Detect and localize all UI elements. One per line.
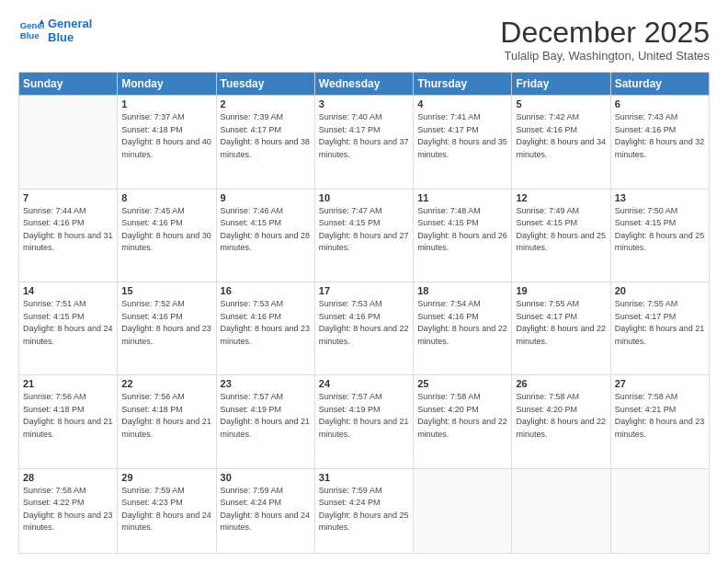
day-info: Sunrise: 7:55 AM Sunset: 4:17 PM Dayligh… xyxy=(615,298,705,348)
day-info: Sunrise: 7:40 AM Sunset: 4:17 PM Dayligh… xyxy=(319,111,409,161)
calendar-cell: 28 Sunrise: 7:58 AM Sunset: 4:22 PM Dayl… xyxy=(19,468,118,553)
month-title: December 2025 xyxy=(500,17,710,49)
day-info: Sunrise: 7:54 AM Sunset: 4:16 PM Dayligh… xyxy=(417,298,507,348)
sunrise: Sunrise: 7:52 AM xyxy=(121,299,185,308)
day-number: 5 xyxy=(516,98,606,109)
day-number: 30 xyxy=(221,472,311,483)
sunrise: Sunrise: 7:48 AM xyxy=(417,206,481,215)
sunrise: Sunrise: 7:44 AM xyxy=(23,206,86,215)
day-info: Sunrise: 7:58 AM Sunset: 4:20 PM Dayligh… xyxy=(516,391,606,441)
daylight: Daylight: 8 hours and 31 minutes. xyxy=(23,231,113,253)
day-info: Sunrise: 7:55 AM Sunset: 4:17 PM Dayligh… xyxy=(516,298,606,348)
day-number: 24 xyxy=(319,378,409,389)
calendar-week-1: 7 Sunrise: 7:44 AM Sunset: 4:16 PM Dayli… xyxy=(19,189,710,282)
daylight: Daylight: 8 hours and 28 minutes. xyxy=(221,231,311,253)
calendar-cell: 2 Sunrise: 7:39 AM Sunset: 4:17 PM Dayli… xyxy=(216,96,314,189)
calendar-cell: 31 Sunrise: 7:59 AM Sunset: 4:24 PM Dayl… xyxy=(314,468,413,553)
calendar-cell: 13 Sunrise: 7:50 AM Sunset: 4:15 PM Dayl… xyxy=(610,189,709,282)
col-tuesday: Tuesday xyxy=(216,73,314,96)
day-info: Sunrise: 7:57 AM Sunset: 4:19 PM Dayligh… xyxy=(319,391,409,441)
sunrise: Sunrise: 7:55 AM xyxy=(615,299,678,308)
logo-icon: General Blue xyxy=(18,17,44,43)
day-number: 11 xyxy=(417,192,507,203)
calendar-cell: 18 Sunrise: 7:54 AM Sunset: 4:16 PM Dayl… xyxy=(414,282,512,375)
calendar-cell: 14 Sunrise: 7:51 AM Sunset: 4:15 PM Dayl… xyxy=(19,282,118,375)
daylight: Daylight: 8 hours and 22 minutes. xyxy=(516,324,606,346)
day-info: Sunrise: 7:57 AM Sunset: 4:19 PM Dayligh… xyxy=(221,391,311,441)
sunrise: Sunrise: 7:47 AM xyxy=(319,206,382,215)
calendar-cell xyxy=(19,96,118,189)
day-info: Sunrise: 7:39 AM Sunset: 4:17 PM Dayligh… xyxy=(221,111,311,161)
day-number: 16 xyxy=(221,285,311,296)
calendar-week-2: 14 Sunrise: 7:51 AM Sunset: 4:15 PM Dayl… xyxy=(19,282,710,375)
sunset: Sunset: 4:22 PM xyxy=(23,498,85,507)
sunset: Sunset: 4:15 PM xyxy=(516,218,577,227)
calendar-cell: 1 Sunrise: 7:37 AM Sunset: 4:18 PM Dayli… xyxy=(118,96,216,189)
calendar-cell xyxy=(414,468,512,553)
daylight: Daylight: 8 hours and 26 minutes. xyxy=(417,231,507,253)
day-number: 3 xyxy=(319,98,409,109)
sunset: Sunset: 4:17 PM xyxy=(221,125,282,134)
sunset: Sunset: 4:20 PM xyxy=(516,405,577,414)
day-info: Sunrise: 7:50 AM Sunset: 4:15 PM Dayligh… xyxy=(615,205,705,255)
day-number: 4 xyxy=(417,98,507,109)
daylight: Daylight: 8 hours and 30 minutes. xyxy=(121,231,211,253)
day-info: Sunrise: 7:45 AM Sunset: 4:16 PM Dayligh… xyxy=(121,205,211,255)
day-info: Sunrise: 7:49 AM Sunset: 4:15 PM Dayligh… xyxy=(516,205,606,255)
sunrise: Sunrise: 7:58 AM xyxy=(23,486,86,495)
day-number: 10 xyxy=(319,192,409,203)
daylight: Daylight: 8 hours and 21 minutes. xyxy=(615,324,705,346)
daylight: Daylight: 8 hours and 21 minutes. xyxy=(221,417,311,439)
sunset: Sunset: 4:17 PM xyxy=(417,125,479,134)
sunset: Sunset: 4:17 PM xyxy=(516,312,577,321)
calendar-cell: 10 Sunrise: 7:47 AM Sunset: 4:15 PM Dayl… xyxy=(314,189,413,282)
day-number: 20 xyxy=(615,285,705,296)
day-info: Sunrise: 7:59 AM Sunset: 4:24 PM Dayligh… xyxy=(221,485,311,534)
calendar-cell: 27 Sunrise: 7:58 AM Sunset: 4:21 PM Dayl… xyxy=(610,375,709,468)
daylight: Daylight: 8 hours and 23 minutes. xyxy=(121,324,211,346)
calendar-cell: 21 Sunrise: 7:56 AM Sunset: 4:18 PM Dayl… xyxy=(19,375,118,468)
day-info: Sunrise: 7:43 AM Sunset: 4:16 PM Dayligh… xyxy=(615,111,705,161)
calendar-cell: 30 Sunrise: 7:59 AM Sunset: 4:24 PM Dayl… xyxy=(216,468,314,553)
sunrise: Sunrise: 7:42 AM xyxy=(516,112,579,121)
sunrise: Sunrise: 7:40 AM xyxy=(319,112,382,121)
sunrise: Sunrise: 7:37 AM xyxy=(121,112,185,121)
day-info: Sunrise: 7:59 AM Sunset: 4:24 PM Dayligh… xyxy=(319,485,409,534)
col-friday: Friday xyxy=(512,73,610,96)
calendar-cell xyxy=(512,468,610,553)
daylight: Daylight: 8 hours and 22 minutes. xyxy=(516,417,606,439)
sunset: Sunset: 4:16 PM xyxy=(615,125,677,134)
calendar-table: Sunday Monday Tuesday Wednesday Thursday… xyxy=(18,72,710,554)
day-info: Sunrise: 7:58 AM Sunset: 4:20 PM Dayligh… xyxy=(417,391,507,441)
day-number: 31 xyxy=(319,472,409,483)
day-info: Sunrise: 7:51 AM Sunset: 4:15 PM Dayligh… xyxy=(23,298,113,348)
calendar-cell: 19 Sunrise: 7:55 AM Sunset: 4:17 PM Dayl… xyxy=(512,282,610,375)
sunset: Sunset: 4:24 PM xyxy=(221,498,282,507)
calendar-cell: 4 Sunrise: 7:41 AM Sunset: 4:17 PM Dayli… xyxy=(414,96,512,189)
sunrise: Sunrise: 7:45 AM xyxy=(121,206,185,215)
day-number: 18 xyxy=(417,285,507,296)
day-info: Sunrise: 7:44 AM Sunset: 4:16 PM Dayligh… xyxy=(23,205,113,255)
sunset: Sunset: 4:18 PM xyxy=(23,405,85,414)
calendar-cell: 26 Sunrise: 7:58 AM Sunset: 4:20 PM Dayl… xyxy=(512,375,610,468)
sunrise: Sunrise: 7:50 AM xyxy=(615,206,678,215)
daylight: Daylight: 8 hours and 23 minutes. xyxy=(23,511,113,533)
daylight: Daylight: 8 hours and 22 minutes. xyxy=(319,324,409,346)
daylight: Daylight: 8 hours and 23 minutes. xyxy=(615,417,705,439)
day-number: 19 xyxy=(516,285,606,296)
calendar-cell: 24 Sunrise: 7:57 AM Sunset: 4:19 PM Dayl… xyxy=(314,375,413,468)
sunrise: Sunrise: 7:39 AM xyxy=(221,112,284,121)
page: General Blue General Blue December 2025 … xyxy=(0,0,728,563)
title-block: December 2025 Tulalip Bay, Washington, U… xyxy=(500,17,710,63)
sunset: Sunset: 4:23 PM xyxy=(121,498,183,507)
day-info: Sunrise: 7:56 AM Sunset: 4:18 PM Dayligh… xyxy=(121,391,211,441)
sunrise: Sunrise: 7:56 AM xyxy=(121,392,185,401)
daylight: Daylight: 8 hours and 24 minutes. xyxy=(221,511,311,533)
daylight: Daylight: 8 hours and 21 minutes. xyxy=(121,417,211,439)
day-info: Sunrise: 7:58 AM Sunset: 4:22 PM Dayligh… xyxy=(23,485,113,534)
sunrise: Sunrise: 7:58 AM xyxy=(615,392,678,401)
sunrise: Sunrise: 7:59 AM xyxy=(121,486,185,495)
day-info: Sunrise: 7:42 AM Sunset: 4:16 PM Dayligh… xyxy=(516,111,606,161)
day-number: 15 xyxy=(121,285,211,296)
day-number: 17 xyxy=(319,285,409,296)
